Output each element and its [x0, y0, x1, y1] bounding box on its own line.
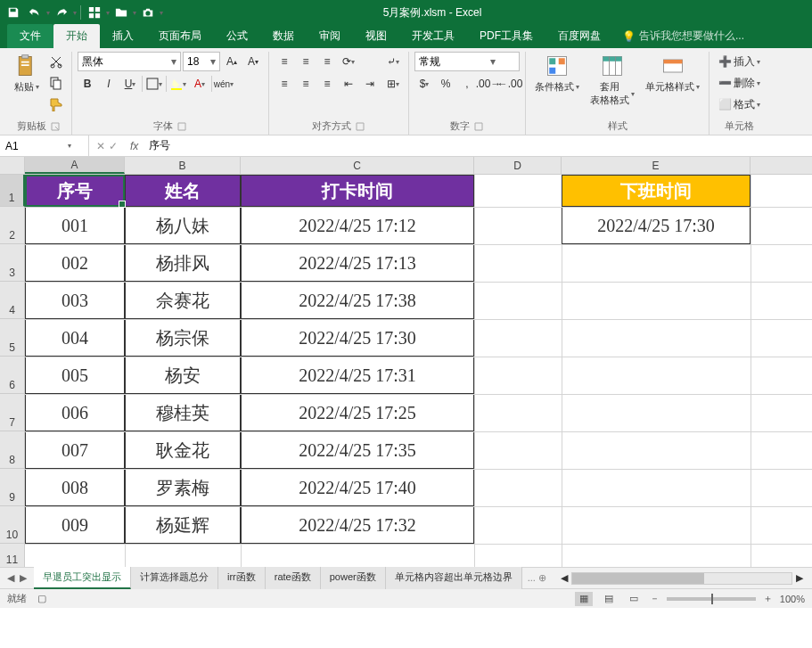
select-all-corner[interactable] — [0, 157, 25, 174]
sheet-nav-prev[interactable]: ◀ — [5, 570, 16, 586]
orientation-button[interactable]: ⟳▾ — [339, 52, 358, 71]
decrease-decimal-button[interactable]: ←.00 — [500, 74, 520, 94]
cell-offwork-time[interactable]: 2022/4/25 17:30 — [562, 207, 750, 244]
row-header-4[interactable]: 4 — [0, 282, 25, 319]
undo-dropdown[interactable]: ▾ — [46, 9, 50, 17]
name-box[interactable]: ▾ — [0, 135, 89, 156]
clipboard-launcher[interactable] — [50, 121, 61, 132]
scroll-left-button[interactable]: ◀ — [561, 572, 568, 584]
table-cell[interactable]: 杨延辉 — [125, 506, 241, 544]
enter-icon[interactable]: ✓ — [109, 140, 118, 152]
tab-insert[interactable]: 插入 — [100, 24, 146, 48]
format-cells-button[interactable]: ⬜ 格式▾ — [715, 94, 764, 114]
merge-button[interactable]: ⊞▾ — [383, 74, 403, 94]
table-cell[interactable]: 002 — [25, 244, 125, 282]
row-header-8[interactable]: 8 — [0, 431, 25, 469]
increase-decimal-button[interactable]: .00→ — [479, 74, 498, 94]
table-cell[interactable]: 008 — [25, 469, 125, 506]
row-header-3[interactable]: 3 — [0, 244, 25, 282]
sheet-tab[interactable]: irr函数 — [218, 567, 266, 589]
table-cell[interactable]: 2022/4/25 17:38 — [241, 282, 474, 319]
phonetic-button[interactable]: wén▾ — [214, 74, 234, 94]
col-header-B[interactable]: B — [125, 157, 241, 174]
sheet-tab[interactable]: 计算选择题总分 — [131, 567, 218, 589]
row-header-1[interactable]: 1 — [0, 175, 25, 207]
qat-camera-icon[interactable] — [138, 3, 158, 22]
table-cell[interactable]: 佘赛花 — [125, 282, 241, 319]
table-cell[interactable]: 2022/4/25 17:31 — [241, 357, 474, 394]
table-cell[interactable]: 穆桂英 — [125, 394, 241, 431]
table-cell[interactable]: 2022/4/25 17:32 — [241, 506, 474, 544]
sheet-tab[interactable]: power函数 — [321, 567, 386, 589]
table-cell[interactable]: 2022/4/25 17:40 — [241, 469, 474, 506]
spreadsheet-grid[interactable]: A B C D E 1234567891011 序号姓名打卡时间下班时间2022… — [0, 157, 812, 567]
table-cell[interactable]: 2022/4/25 17:12 — [241, 207, 474, 244]
increase-font-button[interactable]: A▴ — [222, 52, 242, 71]
decrease-indent-button[interactable]: ⇤ — [339, 74, 358, 94]
zoom-level[interactable]: 100% — [780, 594, 805, 604]
align-right-button[interactable]: ≡ — [317, 74, 337, 94]
table-cell[interactable]: 罗素梅 — [125, 469, 241, 506]
table-cell[interactable]: 006 — [25, 394, 125, 431]
row-header-2[interactable]: 2 — [0, 207, 25, 244]
wrap-text-button[interactable]: ⤶▾ — [383, 52, 403, 71]
header-cell[interactable]: 姓名 — [125, 175, 241, 207]
table-cell[interactable]: 004 — [25, 319, 125, 357]
row-header-7[interactable]: 7 — [0, 394, 25, 431]
macro-record-icon[interactable]: ▢ — [37, 593, 46, 604]
row-header-11[interactable]: 11 — [0, 544, 25, 567]
qat-dropdown-1[interactable]: ▾ — [106, 9, 110, 17]
underline-button[interactable]: U▾ — [120, 74, 140, 94]
italic-button[interactable]: I — [99, 74, 119, 94]
horizontal-scrollbar[interactable] — [571, 572, 792, 585]
view-normal-button[interactable]: ▦ — [575, 592, 593, 606]
align-center-button[interactable]: ≡ — [296, 74, 316, 94]
tab-formulas[interactable]: 公式 — [214, 24, 260, 48]
tab-data[interactable]: 数据 — [260, 24, 307, 48]
table-cell[interactable]: 杨八妹 — [125, 207, 241, 244]
zoom-out-button[interactable]: － — [650, 592, 660, 605]
decrease-font-button[interactable]: A▾ — [243, 52, 263, 71]
cell-style-button[interactable]: 单元格样式▾ — [642, 52, 703, 95]
number-format-combo[interactable]: ▾ — [414, 52, 520, 71]
col-header-E[interactable]: E — [562, 157, 750, 174]
formula-input[interactable] — [144, 140, 812, 152]
tab-review[interactable]: 审阅 — [307, 24, 353, 48]
redo-button[interactable] — [52, 3, 71, 22]
tab-view[interactable]: 视图 — [353, 24, 399, 48]
header-cell[interactable]: 序号 — [25, 175, 125, 207]
sheet-tab[interactable]: rate函数 — [266, 567, 321, 589]
number-launcher[interactable] — [473, 121, 484, 132]
cut-button[interactable] — [46, 52, 66, 71]
col-header-C[interactable]: C — [241, 157, 474, 174]
qat-folder-icon[interactable] — [111, 3, 131, 22]
save-button[interactable] — [4, 3, 23, 22]
alignment-launcher[interactable] — [355, 121, 365, 132]
zoom-slider[interactable] — [667, 597, 756, 601]
tab-file[interactable]: 文件 — [7, 24, 53, 48]
table-cell[interactable]: 2022/4/25 17:25 — [241, 394, 474, 431]
font-name-combo[interactable]: ▾ — [78, 52, 181, 71]
comma-button[interactable]: , — [457, 74, 477, 94]
redo-dropdown[interactable]: ▾ — [73, 9, 77, 17]
row-header-9[interactable]: 9 — [0, 469, 25, 506]
sheet-nav-next[interactable]: ▶ — [18, 570, 29, 586]
row-header-10[interactable]: 10 — [0, 506, 25, 544]
fx-icon[interactable]: fx — [125, 140, 144, 152]
view-page-layout-button[interactable]: ▤ — [600, 592, 618, 606]
delete-cells-button[interactable]: ➖ 删除▾ — [715, 73, 764, 93]
copy-button[interactable] — [46, 73, 66, 93]
align-middle-button[interactable]: ≡ — [296, 52, 316, 71]
col-header-A[interactable]: A — [25, 157, 125, 174]
tab-page-layout[interactable]: 页面布局 — [146, 24, 214, 48]
table-cell[interactable]: 005 — [25, 357, 125, 394]
align-top-button[interactable]: ≡ — [275, 52, 294, 71]
sheet-tab[interactable]: 早退员工突出显示 — [34, 567, 131, 589]
format-painter-button[interactable] — [46, 94, 66, 114]
table-cell[interactable]: 杨安 — [125, 357, 241, 394]
tab-pdf[interactable]: PDF工具集 — [467, 24, 545, 48]
tab-developer[interactable]: 开发工具 — [399, 24, 467, 48]
table-cell[interactable]: 杨宗保 — [125, 319, 241, 357]
table-cell[interactable]: 2022/4/25 17:30 — [241, 319, 474, 357]
qat-grid-icon[interactable] — [85, 3, 104, 22]
